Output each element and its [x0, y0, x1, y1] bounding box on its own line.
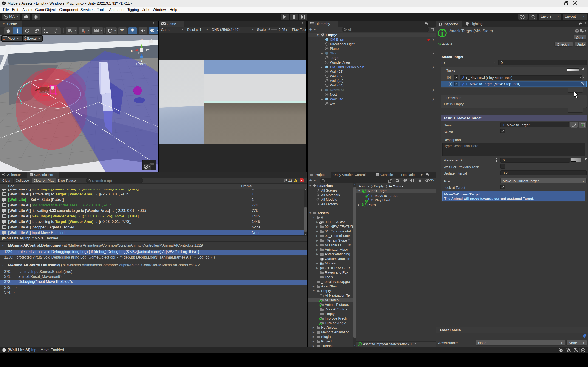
svg-text:x: x: [131, 49, 133, 52]
svg-text:y: y: [141, 38, 143, 42]
svg-text:<Persp: <Persp: [135, 62, 147, 66]
svg-text:Pivot: Pivot: [8, 36, 15, 40]
svg-text:Local: Local: [28, 36, 36, 40]
svg-text:Y: Y: [70, 31, 72, 33]
svg-text:?: ?: [576, 29, 578, 33]
